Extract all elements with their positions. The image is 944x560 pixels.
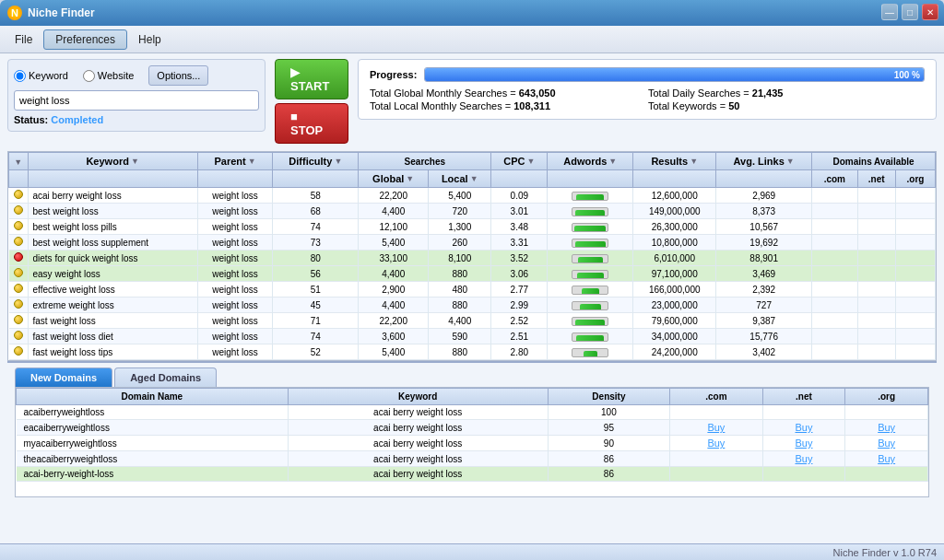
start-button[interactable]: ▶ START — [275, 59, 348, 99]
table-row[interactable]: fast weight loss tips weight loss 52 5,4… — [9, 344, 936, 360]
row-avglinks: 9,387 — [716, 313, 812, 329]
row-parent: weight loss — [197, 235, 273, 251]
domain-com-cell: Buy — [670, 436, 763, 451]
row-dot-cell — [9, 219, 29, 235]
row-org — [895, 188, 935, 204]
th-com[interactable]: .com — [812, 170, 857, 188]
action-buttons: ▶ START ■ STOP — [275, 59, 348, 144]
stats-grid: Total Global Monthly Searches = 643,050 … — [370, 88, 925, 111]
row-local: 1,300 — [429, 219, 491, 235]
row-avglinks: 19,692 — [716, 235, 812, 251]
table-row[interactable]: best weight loss pills weight loss 74 12… — [9, 219, 936, 235]
row-avglinks: 15,776 — [716, 329, 812, 344]
stat-local: Total Local Monthly Searches = 108,311 — [370, 100, 646, 111]
table-row[interactable]: extreme weight loss weight loss 45 4,400… — [9, 298, 936, 313]
table-row[interactable]: acai berry weight loss weight loss 58 22… — [9, 188, 936, 204]
menu-file[interactable]: File — [4, 30, 43, 49]
maximize-button[interactable]: □ — [902, 4, 918, 20]
th-keyword[interactable]: Keyword ▼ — [28, 153, 197, 170]
stop-button[interactable]: ■ STOP — [275, 103, 348, 144]
website-radio[interactable] — [83, 70, 95, 82]
th-searches: Searches — [359, 153, 491, 170]
row-com — [812, 329, 857, 344]
domain-row[interactable]: myacaiberryweightloss acai berry weight … — [17, 436, 928, 451]
th-org[interactable]: .org — [895, 170, 935, 188]
row-adwords — [548, 235, 633, 251]
table-row[interactable]: fast weight loss weight loss 71 22,200 4… — [9, 313, 936, 329]
row-local: 4,400 — [429, 313, 491, 329]
close-button[interactable]: ✕ — [922, 4, 938, 20]
keyword-radio-label[interactable]: Keyword — [14, 70, 68, 82]
row-avglinks: 2,392 — [716, 282, 812, 298]
row-avglinks: 88,901 — [716, 251, 812, 266]
domain-net-cell: Buy — [762, 436, 845, 451]
th-kw2 — [28, 170, 197, 188]
tab-aged-domains[interactable]: Aged Domains — [114, 368, 217, 387]
row-global: 12,100 — [359, 219, 429, 235]
table-row[interactable]: best weight loss weight loss 68 4,400 72… — [9, 204, 936, 219]
domain-org-cell — [845, 467, 928, 482]
domain-keyword-cell: acai berry weight loss — [288, 451, 548, 467]
row-com — [812, 235, 857, 251]
th-local[interactable]: Local ▼ — [429, 170, 491, 188]
domain-name-cell: theacaiberryweightloss — [17, 451, 289, 467]
dth-domain: Domain Name — [17, 389, 289, 405]
row-org — [895, 329, 935, 344]
row-difficulty: 74 — [273, 329, 359, 344]
row-keyword: extreme weight loss — [28, 298, 197, 313]
row-com — [812, 251, 857, 266]
row-org — [895, 298, 935, 313]
th-results[interactable]: Results ▼ — [633, 153, 716, 170]
domain-row[interactable]: acai-berry-weight-loss acai berry weight… — [17, 467, 928, 482]
th-avglinks[interactable]: Avg. Links ▼ — [716, 153, 812, 170]
tab-new-domains[interactable]: New Domains — [15, 368, 112, 387]
row-parent: weight loss — [197, 329, 273, 344]
domain-row[interactable]: acaiberryweightloss acai berry weight lo… — [17, 405, 928, 420]
th-cpc2 — [491, 170, 548, 188]
th-cpc[interactable]: CPC ▼ — [491, 153, 548, 170]
table-row[interactable]: effective weight loss weight loss 51 2,9… — [9, 282, 936, 298]
row-keyword: diets for quick weight loss — [28, 251, 197, 266]
row-keyword: best weight loss pills — [28, 219, 197, 235]
th-filter2 — [9, 170, 29, 188]
domain-row[interactable]: theacaiberryweightloss acai berry weight… — [17, 451, 928, 467]
table-row[interactable]: best weight loss supplement weight loss … — [9, 235, 936, 251]
table-row[interactable]: diets for quick weight loss weight loss … — [9, 251, 936, 266]
th-filter[interactable]: ▼ — [9, 153, 29, 170]
website-radio-label[interactable]: Website — [83, 70, 135, 82]
domain-net-cell — [762, 405, 845, 420]
minimize-button[interactable]: — — [881, 4, 898, 20]
domain-row[interactable]: eacaiberryweightloss acai berry weight l… — [17, 420, 928, 436]
row-dot-cell — [9, 188, 29, 204]
th-adwords[interactable]: Adwords ▼ — [548, 153, 633, 170]
row-net — [857, 313, 895, 329]
keyword-radio[interactable] — [14, 70, 26, 82]
row-adwords — [548, 219, 633, 235]
search-input[interactable] — [14, 90, 259, 111]
row-local: 480 — [429, 282, 491, 298]
th-net[interactable]: .net — [857, 170, 895, 188]
keywords-table: ▼ Keyword ▼ Parent ▼ Difficulty ▼ Search… — [8, 152, 936, 360]
row-results: 97,100,000 — [633, 266, 716, 282]
row-cpc: 3.01 — [491, 204, 548, 219]
domain-name-cell: acaiberryweightloss — [17, 405, 289, 420]
th-global[interactable]: Global ▼ — [359, 170, 429, 188]
table-row[interactable]: easy weight loss weight loss 56 4,400 88… — [9, 266, 936, 282]
row-cpc: 0.09 — [491, 188, 548, 204]
domain-name-cell: myacaiberryweightloss — [17, 436, 289, 451]
row-dot-cell — [9, 204, 29, 219]
progress-row: Progress: 100 % — [370, 67, 925, 82]
menu-bar: File Preferences Help — [0, 26, 944, 53]
row-keyword: acai berry weight loss — [28, 188, 197, 204]
menu-help[interactable]: Help — [127, 30, 172, 49]
row-global: 4,400 — [359, 204, 429, 219]
table-row[interactable]: fast weight loss diet weight loss 74 3,6… — [9, 329, 936, 344]
menu-preferences[interactable]: Preferences — [43, 29, 127, 50]
domain-name-cell: acai-berry-weight-loss — [17, 467, 289, 482]
row-results: 12,600,000 — [633, 188, 716, 204]
row-difficulty: 73 — [273, 235, 359, 251]
th-parent[interactable]: Parent ▼ — [197, 153, 273, 170]
options-button[interactable]: Options... — [148, 65, 208, 86]
row-local: 5,400 — [429, 188, 491, 204]
th-difficulty[interactable]: Difficulty ▼ — [273, 153, 359, 170]
